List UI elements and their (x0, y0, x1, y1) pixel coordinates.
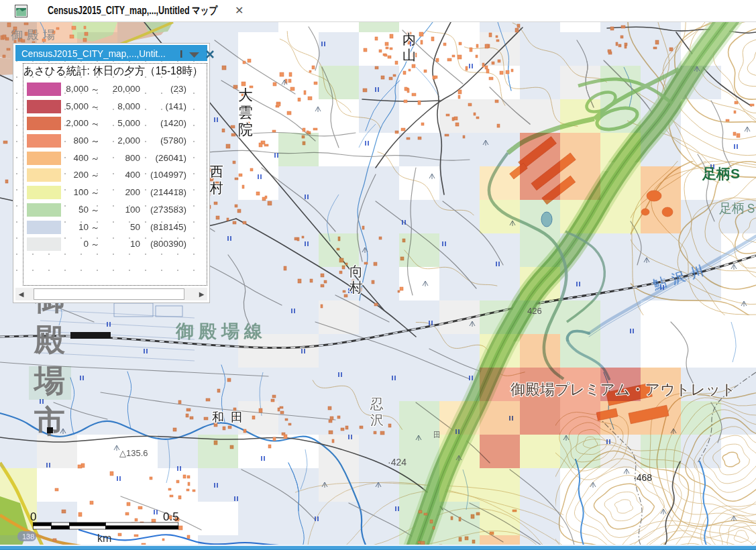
svg-text:向: 向 (349, 264, 363, 278)
svg-text:0.5: 0.5 (163, 510, 179, 523)
svg-text:和田: 和田 (212, 410, 250, 424)
svg-text:院: 院 (238, 121, 253, 138)
svg-text:km: km (97, 533, 111, 544)
svg-text:山: 山 (402, 48, 416, 62)
svg-text:426: 426 (527, 306, 542, 316)
svg-text:場: 場 (33, 363, 65, 398)
svg-text:足柄ＳＡ: 足柄ＳＡ (719, 201, 756, 215)
svg-text:御殿場: 御殿場 (11, 28, 59, 42)
svg-text:御殿場線: 御殿場線 (175, 321, 267, 341)
svg-text:村: 村 (209, 180, 223, 195)
svg-text:沢: 沢 (370, 412, 384, 427)
svg-text:市: 市 (34, 404, 65, 439)
svg-text:足柄S: 足柄S (702, 166, 740, 181)
svg-text:殿: 殿 (34, 322, 65, 357)
svg-text:△135.6: △135.6 (119, 448, 148, 458)
svg-text:田: 田 (433, 431, 441, 439)
svg-text:西: 西 (210, 164, 223, 179)
svg-text:0: 0 (30, 510, 36, 523)
svg-text:·424: ·424 (388, 457, 407, 468)
svg-text:·468: ·468 (633, 472, 652, 483)
svg-text:忍: 忍 (370, 396, 384, 411)
svg-text:138: 138 (22, 533, 34, 541)
svg-text:内: 内 (402, 32, 416, 46)
svg-text:雲: 雲 (238, 104, 253, 121)
svg-text:大: 大 (238, 87, 253, 103)
svg-text:村: 村 (349, 280, 363, 294)
svg-text:御殿場プレミアム・アウトレット: 御殿場プレミアム・アウトレット (510, 381, 736, 398)
